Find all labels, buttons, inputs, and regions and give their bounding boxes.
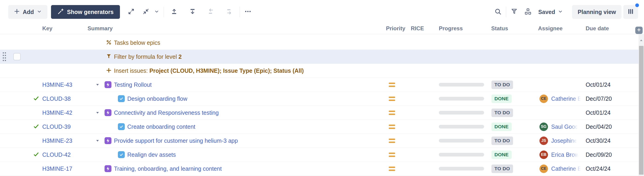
status-badge[interactable]: TO DO (492, 109, 513, 117)
vertical-scrollbar[interactable] (638, 34, 644, 176)
issue-summary-link[interactable]: Create onboarding content (118, 123, 195, 130)
due-date-value[interactable]: Oct/30/24 (585, 138, 610, 144)
epic-icon (104, 109, 112, 116)
issue-summary-link[interactable]: Training, onboarding, and learning conte… (104, 165, 222, 172)
progress-cell (428, 36, 487, 50)
avatar[interactable]: CE (540, 95, 548, 103)
generator-item[interactable]: Tasks below epics (86, 39, 160, 46)
status-badge[interactable]: DONE (492, 95, 512, 103)
issue-key-link[interactable]: CLOUD-42 (41, 152, 71, 158)
issue-row[interactable]: CLOUD-38 Design onboarding flow DONECE C… (0, 92, 638, 106)
avatar[interactable]: CE (540, 165, 548, 173)
priority-medium-icon[interactable] (389, 111, 395, 115)
avatar[interactable]: SG (540, 123, 548, 131)
due-date-value[interactable]: Dec/09/20 (585, 152, 612, 158)
more-button[interactable] (242, 7, 253, 17)
show-generators-label: Show generators (67, 9, 114, 15)
priority-medium-icon[interactable] (389, 97, 395, 101)
show-generators-button[interactable]: Show generators (51, 5, 120, 19)
issue-row[interactable]: CLOUD-42 Realign dev assets DONEEB Erica… (0, 148, 638, 162)
issue-key-link[interactable]: H3MINE-17 (41, 166, 72, 172)
due-date-value[interactable]: Oct/24/24 (585, 166, 610, 172)
add-button[interactable]: Add (8, 5, 47, 19)
priority-medium-icon[interactable] (389, 167, 395, 171)
scroll-up-icon[interactable] (638, 38, 644, 43)
issue-row[interactable]: H3MINE-43 Testing Rollout TO DOOct/01/24 (0, 78, 638, 92)
due-date-value[interactable]: Oct/01/24 (585, 81, 610, 88)
expand-level-dropdown[interactable] (152, 7, 161, 17)
generator-row[interactable]: Tasks below epics (0, 36, 638, 50)
due-date-value[interactable]: Dec/07/20 (585, 95, 612, 102)
move-top-button[interactable] (169, 7, 180, 17)
generator-item[interactable]: Insert issues: Project (CLOUD, H3MINE); … (86, 67, 304, 74)
issue-key-link[interactable]: CLOUD-39 (41, 124, 71, 130)
priority-cell (382, 50, 408, 64)
filter-button[interactable] (509, 7, 520, 17)
issue-summary-link[interactable]: Testing Rollout (104, 81, 152, 88)
saved-dropdown[interactable]: Saved (538, 9, 563, 15)
expander-icon[interactable] (95, 83, 104, 87)
status-badge[interactable]: DONE (492, 151, 512, 159)
issue-row[interactable]: H3MINE-42 Connectivity and Responsivenes… (0, 106, 638, 120)
issue-key-link[interactable]: CLOUD-38 (41, 95, 71, 102)
issue-summary-link[interactable]: Realign dev assets (118, 151, 176, 158)
add-column-button[interactable] (635, 27, 642, 34)
assignee-name[interactable]: Erica Brow (551, 152, 579, 158)
column-header-status[interactable]: Status (487, 25, 534, 32)
column-header-assignee[interactable]: Assignee (534, 25, 585, 32)
column-header-due-date[interactable]: Due date (585, 25, 631, 32)
drag-handle-icon[interactable] (3, 52, 6, 61)
scrollbar-thumb[interactable] (639, 46, 644, 175)
assignee-name[interactable]: Saul Good (551, 124, 578, 130)
planning-view-label: Planning view (578, 9, 616, 15)
row-checkbox[interactable] (13, 53, 21, 60)
columns-button[interactable] (623, 5, 638, 19)
issue-row[interactable]: H3MINE-17 Training, onboarding, and lear… (0, 162, 638, 176)
column-header-progress[interactable]: Progress (428, 25, 487, 32)
expander-icon[interactable] (95, 139, 104, 143)
resolved-cell (30, 78, 41, 92)
status-badge[interactable]: DONE (492, 123, 512, 131)
status-badge[interactable]: TO DO (492, 137, 513, 145)
column-header-priority[interactable]: Priority (382, 25, 408, 32)
due-date-cell: Oct/01/24 (585, 78, 631, 92)
issue-key-link[interactable]: H3MINE-23 (41, 138, 72, 144)
priority-medium-icon[interactable] (389, 125, 395, 129)
planning-view-button[interactable]: Planning view (572, 5, 622, 19)
search-button[interactable] (492, 7, 503, 17)
issue-row[interactable]: H3MINE-23 Provide support for customer u… (0, 134, 638, 148)
column-header-rice[interactable]: RICE (408, 25, 428, 32)
generator-item[interactable]: Filter by formula for level 2 (86, 53, 182, 60)
expand-all-button[interactable] (126, 7, 136, 17)
issue-summary-link[interactable]: Connectivity and Responsiveness testing (104, 109, 219, 116)
summary-cell: Create onboarding content (86, 120, 382, 134)
issue-key-link[interactable]: H3MINE-42 (41, 109, 72, 116)
collapse-all-button[interactable] (140, 7, 151, 17)
priority-medium-icon[interactable] (389, 153, 395, 157)
priority-medium-icon[interactable] (389, 139, 395, 143)
assignee-name[interactable]: Catherine E (551, 95, 582, 102)
due-date-value[interactable]: Oct/01/24 (585, 109, 610, 116)
row-handle-cell (0, 50, 30, 64)
avatar[interactable]: JS (540, 137, 548, 145)
issue-summary-link[interactable]: Provide support for customer using heliu… (104, 137, 238, 144)
status-badge[interactable]: TO DO (492, 165, 513, 173)
indent-button[interactable] (224, 7, 234, 17)
status-badge[interactable]: TO DO (492, 81, 513, 89)
column-header-summary[interactable]: Summary (86, 25, 382, 32)
generator-row[interactable]: Insert issues: Project (CLOUD, H3MINE); … (0, 64, 638, 78)
outdent-button[interactable] (206, 7, 216, 17)
expander-icon[interactable] (95, 111, 104, 115)
assignee-name[interactable]: Josephine (551, 138, 577, 144)
column-header-key[interactable]: Key (41, 25, 86, 32)
avatar[interactable]: EB (540, 151, 548, 159)
move-bottom-button[interactable] (187, 7, 198, 17)
issue-row[interactable]: CLOUD-39 Create onboarding content DONES… (0, 120, 638, 134)
assignee-name[interactable]: Catherine E (551, 166, 582, 172)
issue-key-link[interactable]: H3MINE-43 (41, 81, 72, 88)
due-date-value[interactable]: Dec/04/20 (585, 124, 612, 130)
generator-row[interactable]: Filter by formula for level 2 (0, 50, 638, 64)
issue-summary-link[interactable]: Design onboarding flow (118, 95, 187, 102)
group-button[interactable] (523, 7, 533, 17)
priority-medium-icon[interactable] (389, 83, 395, 87)
